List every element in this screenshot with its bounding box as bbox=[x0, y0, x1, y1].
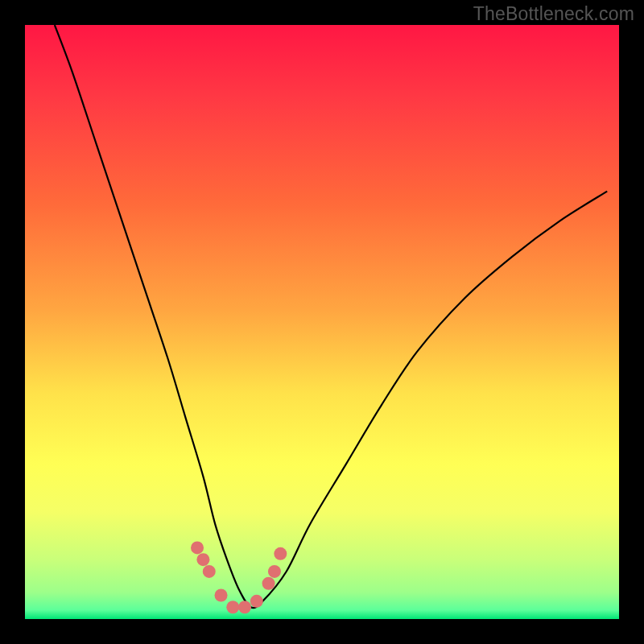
marker-point bbox=[238, 601, 251, 613]
marker-point bbox=[268, 565, 281, 578]
gradient-background bbox=[25, 25, 619, 619]
marker-point bbox=[203, 565, 216, 578]
chart-frame: TheBottleneck.com bbox=[0, 0, 644, 644]
marker-point bbox=[215, 588, 228, 601]
marker-point bbox=[262, 577, 275, 590]
marker-point bbox=[250, 595, 263, 608]
marker-point bbox=[191, 541, 204, 554]
watermark-text: TheBottleneck.com bbox=[473, 3, 634, 25]
chart-svg bbox=[25, 25, 619, 619]
marker-point bbox=[226, 601, 239, 613]
marker-point bbox=[274, 547, 287, 560]
marker-point bbox=[196, 553, 209, 566]
plot-area bbox=[25, 25, 619, 619]
